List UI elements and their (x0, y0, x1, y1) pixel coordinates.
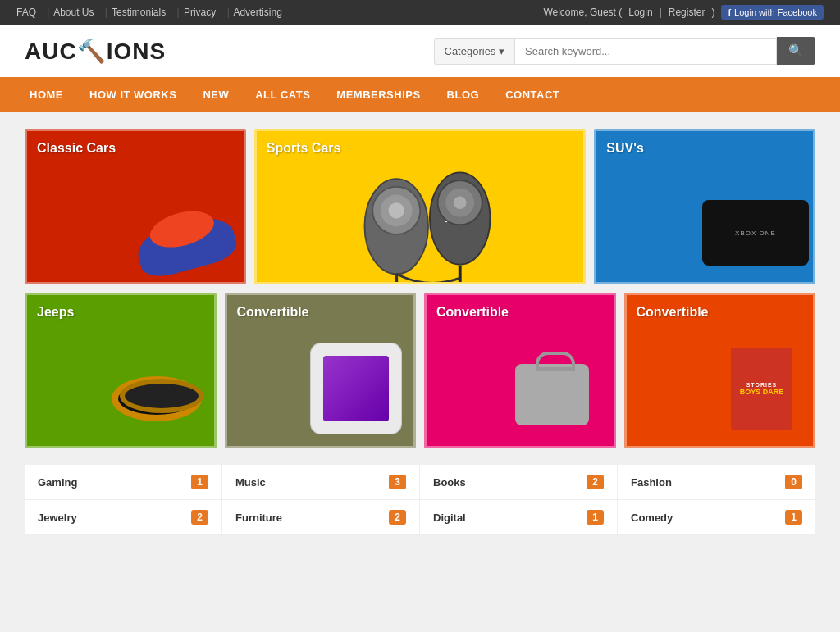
stat-name: Books (433, 476, 466, 489)
logo-part1: AUC (25, 39, 77, 64)
nav-memberships[interactable]: MEMBERSHIPS (323, 77, 433, 112)
register-link[interactable]: Register (669, 7, 705, 18)
stat-badge: 2 (389, 510, 406, 525)
stat-name: Gaming (38, 476, 77, 489)
drum-image (112, 376, 202, 421)
top-bar-left: FAQ | About Us | Testimonials | Privacy … (16, 7, 289, 18)
cat-label-convertible-2: Convertible (436, 305, 509, 320)
logo[interactable]: AUC🔨IONS (25, 38, 166, 65)
header: AUC🔨IONS Categories ▾ 🔍 (0, 25, 840, 77)
cat-label-sports-cars: Sports Cars (267, 141, 341, 156)
nav-all-cats[interactable]: ALL CATS (242, 77, 323, 112)
testimonials-link[interactable]: Testimonials (112, 7, 166, 18)
cat-card-jeeps[interactable]: Jeeps (25, 293, 217, 448)
search-area: Categories ▾ 🔍 (434, 37, 816, 65)
stat-badge: 1 (785, 510, 802, 525)
nav-how-it-works[interactable]: HOW IT WORKS (76, 77, 189, 112)
bottom-category-grid: Jeeps Convertible Convertible Convertibl… (25, 293, 815, 448)
search-input[interactable] (514, 38, 777, 65)
svg-point-3 (388, 202, 404, 218)
search-icon: 🔍 (788, 43, 804, 57)
stat-name: Fashion (631, 476, 672, 489)
stat-item-gaming[interactable]: Gaming 1 (25, 465, 222, 500)
nav-new[interactable]: NEW (189, 77, 242, 112)
stat-badge: 1 (191, 475, 208, 489)
stat-item-jewelry[interactable]: Jewelry 2 (25, 500, 222, 535)
cat-card-classic-cars[interactable]: Classic Cars (25, 129, 246, 284)
cat-card-suvs[interactable]: SUV's (594, 129, 815, 284)
advertising-link[interactable]: Advertising (233, 7, 281, 18)
cat-card-convertible-2[interactable]: Convertible (424, 293, 616, 448)
top-bar-right: Welcome, Guest ( Login | Register ) f Lo… (543, 5, 824, 20)
book-image (731, 348, 792, 430)
main-nav: HOME HOW IT WORKS NEW ALL CATS MEMBERSHI… (0, 77, 840, 112)
stat-name: Digital (433, 512, 466, 524)
stat-item-digital[interactable]: Digital 1 (420, 500, 618, 535)
stat-item-fashion[interactable]: Fashion 0 (618, 465, 815, 500)
ring-image (323, 356, 389, 421)
stat-name: Furniture (235, 512, 282, 524)
top-category-grid: Classic Cars Sports Cars BS1 (25, 129, 815, 284)
svg-point-9 (454, 196, 466, 208)
cat-label-suvs: SUV's (606, 141, 644, 156)
stat-badge: 2 (587, 475, 604, 489)
about-link[interactable]: About Us (53, 7, 94, 18)
cat-label-jeeps: Jeeps (37, 305, 74, 320)
stat-badge: 3 (389, 475, 406, 489)
stat-item-furniture[interactable]: Furniture 2 (222, 500, 420, 535)
logo-part2: IONS (107, 39, 166, 64)
welcome-text: Welcome, Guest ( (543, 7, 622, 18)
facebook-login-button[interactable]: f Login with Facebook (721, 5, 824, 20)
stat-name: Jewelry (38, 512, 77, 524)
categories-dropdown[interactable]: Categories ▾ (434, 38, 515, 65)
cat-card-convertible-1[interactable]: Convertible (225, 293, 417, 448)
bag-image (515, 364, 589, 425)
login-link[interactable]: Login (628, 7, 652, 18)
cat-label-convertible-1: Convertible (237, 305, 309, 320)
nav-blog[interactable]: BLOG (434, 77, 493, 112)
cat-card-sports-cars[interactable]: Sports Cars BS1 (254, 129, 587, 284)
stats-grid: Gaming 1 Music 3 Books 2 Fashion 0 Jewel… (25, 465, 815, 535)
stat-name: Comedy (631, 512, 673, 524)
nav-contact[interactable]: CONTACT (492, 77, 573, 112)
stat-badge: 0 (785, 475, 802, 489)
stat-item-books[interactable]: Books 2 (420, 465, 618, 500)
cat-label-classic-cars: Classic Cars (37, 141, 116, 156)
stat-item-music[interactable]: Music 3 (222, 465, 420, 500)
shoes-image (132, 208, 240, 281)
stat-name: Music (235, 476, 266, 489)
hammer-icon: 🔨 (77, 39, 107, 64)
faq-link[interactable]: FAQ (16, 7, 36, 18)
search-button[interactable]: 🔍 (777, 37, 815, 65)
stat-badge: 1 (587, 510, 604, 525)
cat-label-convertible-3: Convertible (637, 305, 709, 320)
top-bar: FAQ | About Us | Testimonials | Privacy … (0, 0, 840, 25)
cat-card-convertible-3[interactable]: Convertible (624, 293, 816, 448)
fb-icon: f (728, 7, 731, 17)
main-content: Classic Cars Sports Cars BS1 (0, 112, 840, 552)
xbox-image (702, 200, 809, 266)
privacy-link[interactable]: Privacy (184, 7, 216, 18)
nav-home[interactable]: HOME (16, 77, 76, 112)
stat-badge: 2 (191, 510, 208, 525)
close-paren: ) (711, 7, 714, 18)
stat-item-comedy[interactable]: Comedy 1 (618, 500, 815, 535)
